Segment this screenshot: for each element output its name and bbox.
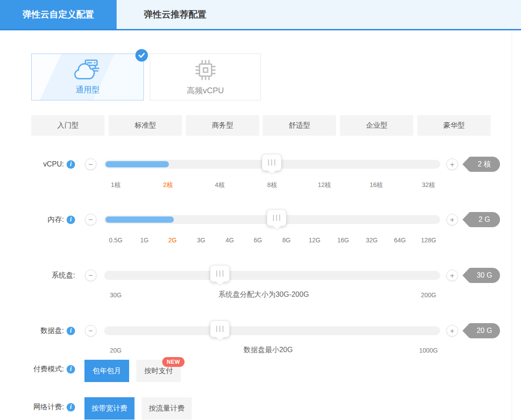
vcpu-tick-labels: 1核 2核 4核 8核 12核 16核 32核 <box>104 181 440 191</box>
data-disk-slider-handle[interactable] <box>210 320 230 337</box>
memory-tick: 64G <box>394 237 406 244</box>
payment-mode-label: 付费模式: <box>34 365 64 374</box>
elastic-cloud-config-panel: 弹性云自定义配置 弹性云推荐配置 通用型 <box>0 0 521 420</box>
memory-tick-labels: 0.5G 1G 2G 3G 4G 6G 8G 12G 16G 32G 64G 1… <box>104 237 440 246</box>
instance-type-label: 通用型 <box>76 84 100 95</box>
vcpu-tick: 8核 <box>267 181 277 189</box>
memory-value-badge: 2 G <box>462 212 500 227</box>
memory-tick: 16G <box>337 237 349 244</box>
vcpu-slider-handle[interactable] <box>262 154 282 171</box>
vcpu-decrease-button[interactable]: − <box>85 158 97 170</box>
system-disk-range-labels: 30G 系统盘分配大小为30G-200G 200G <box>104 291 440 301</box>
info-icon[interactable]: i <box>67 403 75 412</box>
preset-deluxe-button[interactable]: 豪华型 <box>417 115 491 136</box>
memory-tick: 32G <box>366 237 378 244</box>
vcpu-tick-selected: 2核 <box>163 181 173 189</box>
info-icon[interactable]: i <box>67 327 75 335</box>
info-icon[interactable]: i <box>67 160 75 169</box>
system-disk-slider-track[interactable] <box>104 271 440 280</box>
tab-recommended-config[interactable]: 弹性云推荐配置 <box>117 0 234 29</box>
content-right-border <box>512 30 512 420</box>
preset-entry-button[interactable]: 入门型 <box>31 115 105 136</box>
system-disk-max-label: 200G <box>421 291 436 299</box>
tab-custom-config[interactable]: 弹性云自定义配置 <box>0 0 117 29</box>
info-icon[interactable]: i <box>67 365 75 374</box>
system-disk-value-badge: 30 G <box>462 268 500 283</box>
vcpu-slider-track[interactable] <box>104 160 440 169</box>
instance-type-card-high-freq-vcpu[interactable]: 高频vCPU <box>150 54 261 100</box>
vcpu-tick: 32核 <box>422 181 435 189</box>
vcpu-increase-button[interactable]: + <box>446 158 458 170</box>
memory-tick: 6G <box>254 237 262 244</box>
info-icon[interactable]: i <box>67 216 75 224</box>
memory-label: 内存: <box>48 215 64 225</box>
preset-enterprise-button[interactable]: 企业型 <box>340 115 413 136</box>
memory-tick: 128G <box>421 237 436 244</box>
preset-business-button[interactable]: 商务型 <box>186 115 259 136</box>
instance-type-card-general[interactable]: 通用型 <box>31 54 144 100</box>
data-disk-increase-button[interactable]: + <box>446 325 458 337</box>
selected-check-icon <box>135 49 148 62</box>
data-disk-decrease-button[interactable]: − <box>85 325 97 337</box>
memory-tick: 12G <box>309 237 320 244</box>
data-disk-range-labels: 20G 数据盘最小20G 1000G <box>104 347 440 357</box>
vcpu-tick: 4核 <box>215 181 225 189</box>
memory-tick: 3G <box>197 237 206 244</box>
data-disk-min-label: 20G <box>110 347 122 354</box>
cloud-server-icon <box>74 59 101 81</box>
system-disk-min-label: 30G <box>110 291 122 299</box>
tab-bar: 弹性云自定义配置 弹性云推荐配置 <box>0 0 521 30</box>
system-disk-hint: 系统盘分配大小为30G-200G <box>218 290 309 299</box>
system-disk-increase-button[interactable]: + <box>446 270 458 281</box>
memory-increase-button[interactable]: + <box>446 214 458 225</box>
system-disk-label: 系统盘: <box>52 271 75 280</box>
memory-slider-handle[interactable] <box>267 209 286 226</box>
instance-type-label: 高频vCPU <box>187 85 224 96</box>
data-disk-label: 数据盘: <box>41 326 64 336</box>
memory-tick-selected: 2G <box>168 237 177 244</box>
billing-by-traffic-button[interactable]: 按流量计费 <box>142 397 192 420</box>
vcpu-tick: 1核 <box>111 181 121 189</box>
system-disk-decrease-button[interactable]: − <box>85 270 97 281</box>
new-badge: NEW <box>162 357 185 367</box>
vcpu-tick: 16核 <box>370 181 383 189</box>
data-disk-hint: 数据盘最小20G <box>244 345 293 355</box>
preset-standard-button[interactable]: 标准型 <box>109 115 182 136</box>
memory-tick: 0.5G <box>109 237 122 244</box>
payment-yearly-monthly-button[interactable]: 包年包月 <box>84 360 129 382</box>
cpu-chip-icon <box>193 58 218 82</box>
data-disk-max-label: 1000G <box>419 347 438 354</box>
vcpu-slider-fill <box>105 161 169 167</box>
memory-tick: 4G <box>226 237 234 244</box>
vcpu-label: vCPU: <box>43 160 64 168</box>
billing-by-bandwidth-button[interactable]: 按带宽计费 <box>84 397 134 420</box>
system-disk-slider-handle[interactable] <box>210 265 230 282</box>
memory-tick: 1G <box>140 237 149 244</box>
memory-tick: 8G <box>282 237 291 244</box>
preset-comfort-button[interactable]: 舒适型 <box>263 115 336 136</box>
memory-slider-track[interactable] <box>104 215 440 224</box>
data-disk-value-badge: 20 G <box>462 323 500 338</box>
data-disk-slider-track[interactable] <box>104 326 440 335</box>
memory-slider-fill <box>105 216 174 223</box>
vcpu-tick: 12核 <box>318 181 331 189</box>
memory-decrease-button[interactable]: − <box>85 214 97 225</box>
vcpu-value-badge: 2 核 <box>462 157 500 172</box>
network-billing-label: 网络计费: <box>34 403 64 412</box>
